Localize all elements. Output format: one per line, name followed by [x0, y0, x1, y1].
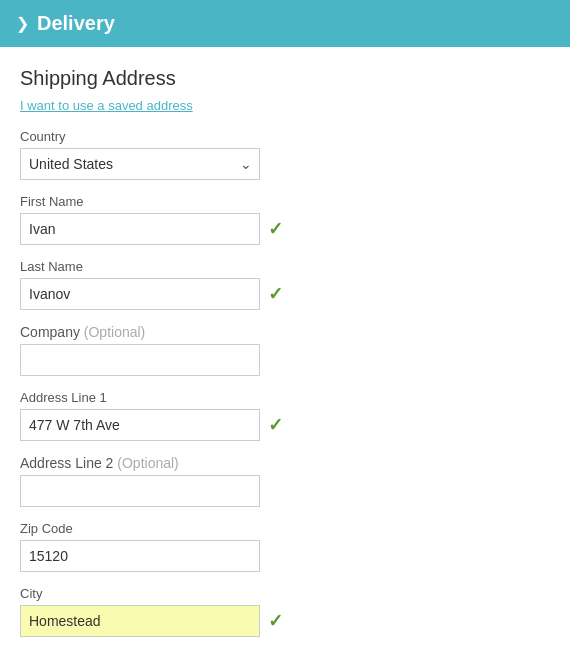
city-input[interactable]: [20, 605, 260, 637]
country-label: Country: [20, 129, 550, 144]
company-input[interactable]: [20, 344, 260, 376]
country-select[interactable]: United StatesCanadaUnited Kingdom: [20, 148, 260, 180]
city-row: ✓: [20, 605, 550, 637]
zip-code-row: [20, 540, 550, 572]
last-name-field-group: Last Name ✓: [20, 259, 550, 310]
last-name-input[interactable]: [20, 278, 260, 310]
first-name-row: ✓: [20, 213, 550, 245]
country-select-wrapper: United StatesCanadaUnited Kingdom ⌄: [20, 148, 260, 180]
address-line2-input[interactable]: [20, 475, 260, 507]
first-name-label: First Name: [20, 194, 550, 209]
delivery-header: ❯ Delivery: [0, 0, 570, 47]
zip-code-field-group: Zip Code: [20, 521, 550, 572]
first-name-field-group: First Name ✓: [20, 194, 550, 245]
address-line1-input[interactable]: [20, 409, 260, 441]
city-label: City: [20, 586, 550, 601]
header-title: Delivery: [37, 12, 115, 35]
section-title: Shipping Address: [20, 67, 550, 90]
chevron-icon: ❯: [16, 14, 29, 33]
address-line1-valid-icon: ✓: [268, 414, 283, 436]
saved-address-link[interactable]: I want to use a saved address: [20, 98, 550, 113]
first-name-input[interactable]: [20, 213, 260, 245]
address-line2-field-group: Address Line 2 (Optional): [20, 455, 550, 507]
company-field-group: Company (Optional): [20, 324, 550, 376]
address-line1-row: ✓: [20, 409, 550, 441]
zip-code-label: Zip Code: [20, 521, 550, 536]
address-line2-label: Address Line 2 (Optional): [20, 455, 550, 471]
address-line1-label: Address Line 1: [20, 390, 550, 405]
zip-code-input[interactable]: [20, 540, 260, 572]
first-name-valid-icon: ✓: [268, 218, 283, 240]
city-field-group: City ✓: [20, 586, 550, 637]
address-line1-field-group: Address Line 1 ✓: [20, 390, 550, 441]
city-valid-icon: ✓: [268, 610, 283, 632]
company-row: [20, 344, 550, 376]
address-line2-row: [20, 475, 550, 507]
last-name-valid-icon: ✓: [268, 283, 283, 305]
country-field-group: Country United StatesCanadaUnited Kingdo…: [20, 129, 550, 180]
last-name-row: ✓: [20, 278, 550, 310]
last-name-label: Last Name: [20, 259, 550, 274]
shipping-section: Shipping Address I want to use a saved a…: [0, 47, 570, 651]
company-label: Company (Optional): [20, 324, 550, 340]
